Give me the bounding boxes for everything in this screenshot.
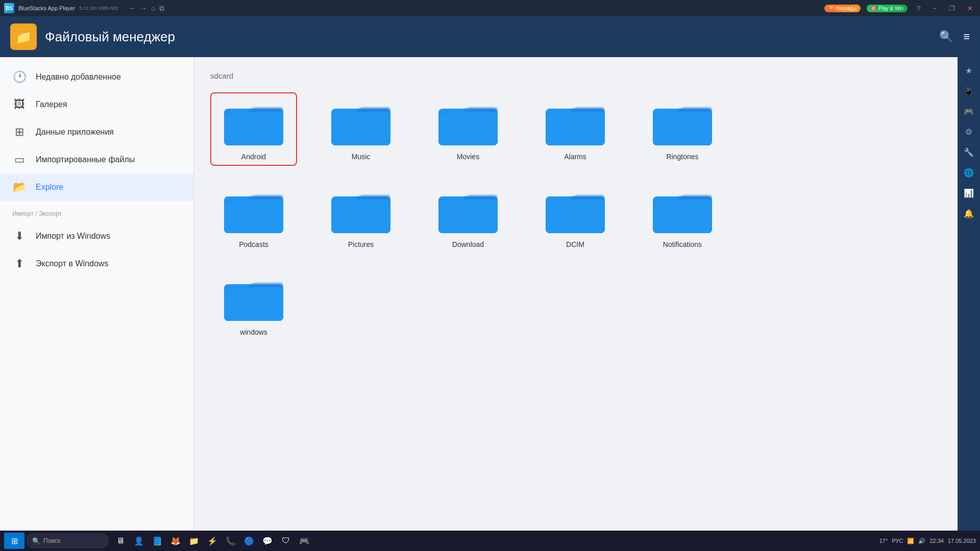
nav-multi-btn[interactable]: ⧉ [159, 4, 164, 13]
gallery-label: Галерея [36, 100, 67, 109]
pictures-folder-name: Pictures [348, 240, 374, 248]
download-folder-name: Download [452, 240, 484, 248]
sidebar-item-import[interactable]: ⬇ Импорт из Windows [0, 222, 193, 250]
folder-item-music[interactable]: Music [317, 92, 404, 166]
taskbar-app-2[interactable]: 📘 [149, 533, 165, 549]
sidebar-item-gallery[interactable]: 🖼 Галерея [0, 91, 193, 118]
rewards-btn[interactable]: 🏆 Награды [824, 5, 861, 12]
taskbar-app-4[interactable]: 📁 [186, 533, 202, 549]
svg-rect-2 [224, 112, 283, 145]
folder-item-ringtones[interactable]: Ringtones [639, 92, 726, 166]
playnwin-btn[interactable]: 🎯 Play & Win [867, 5, 908, 12]
taskbar-app-8[interactable]: 💬 [259, 533, 276, 549]
import-label: Импорт из Windows [36, 232, 110, 241]
ringtones-folder-icon [652, 97, 713, 148]
volume-icon: 🔊 [918, 538, 925, 544]
taskbar-search-icon: 🔍 [32, 537, 40, 545]
right-sidebar-btn-7[interactable]: 🔔 [960, 204, 978, 222]
folder-item-pictures[interactable]: Pictures [317, 180, 404, 254]
playnwin-icon: 🎯 [871, 6, 877, 11]
alarms-folder-name: Alarms [564, 153, 586, 161]
movies-folder-name: Movies [457, 153, 479, 161]
close-btn[interactable]: ✕ [964, 4, 976, 13]
sidebar-item-explore[interactable]: 📂 Explore [0, 173, 193, 201]
help-btn[interactable]: ? [914, 4, 923, 13]
notifications-folder-icon [652, 185, 713, 236]
folder-item-movies[interactable]: Movies [425, 92, 511, 166]
windows-folder-name: windows [240, 328, 267, 336]
taskbar-app-3[interactable]: 🦊 [167, 533, 184, 549]
sidebar-item-export[interactable]: ⬆ Экспорт в Windows [0, 250, 193, 278]
nav-forward-btn[interactable]: → [140, 4, 147, 13]
imported-label: Импортированные файлы [36, 155, 135, 164]
taskbar-language: РУС [892, 538, 903, 544]
taskbar-right: 17° РУС 📶 🔊 22:34 17.05.2023 [879, 538, 976, 544]
music-folder-name: Music [352, 153, 371, 161]
right-sidebar-btn-2[interactable]: 🎮 [960, 102, 978, 120]
sort-action-btn[interactable]: ≡ [963, 30, 970, 43]
app-header: 📁 Файловый менеджер 🔍 ≡ [0, 16, 980, 57]
recent-icon: 🕐 [12, 70, 27, 84]
folder-item-notifications[interactable]: Notifications [639, 180, 726, 254]
right-sidebar-btn-1[interactable]: 📱 [960, 82, 978, 100]
sidebar-item-recent[interactable]: 🕐 Недавно добавленное [0, 63, 193, 91]
download-folder-icon [437, 185, 499, 236]
windows-icon: ⊞ [11, 536, 18, 546]
title-bar: BS BlueStacks App Player 5.11.100.1065 N… [0, 0, 980, 16]
nav-back-btn[interactable]: ← [129, 4, 136, 13]
taskbar-app-7[interactable]: 🔵 [241, 533, 257, 549]
pictures-folder-icon [330, 185, 391, 236]
sidebar: 🕐 Недавно добавленное 🖼 Галерея ⊞ Данные… [0, 57, 194, 531]
folder-item-alarms[interactable]: Alarms [532, 92, 619, 166]
sidebar-item-imported[interactable]: ▭ Импортированные файлы [0, 146, 193, 173]
dcim-folder-icon [545, 185, 606, 236]
taskbar-app-0[interactable]: 🖥 [112, 533, 129, 549]
taskbar-app-10[interactable]: 🎮 [296, 533, 312, 549]
breadcrumb: sdcard [210, 71, 941, 80]
restore-btn[interactable]: ❐ [946, 4, 958, 13]
start-button[interactable]: ⊞ [4, 533, 24, 549]
taskbar-app-6[interactable]: 📞 [223, 533, 239, 549]
taskbar: ⊞ 🔍 Поиск 🖥👤📘🦊📁⚡📞🔵💬🛡🎮 17° РУС 📶 🔊 22:34 … [0, 531, 980, 551]
right-sidebar-btn-4[interactable]: 🔧 [960, 143, 978, 161]
taskbar-search-label: Поиск [43, 537, 60, 544]
svg-rect-5 [331, 112, 390, 145]
recent-label: Недавно добавленное [36, 72, 121, 82]
appdata-label: Данные приложения [36, 128, 114, 137]
rewards-label: Награды [836, 6, 857, 11]
right-sidebar-btn-3[interactable]: ⚙ [960, 122, 978, 141]
android-folder-name: Android [241, 153, 266, 161]
export-label: Экспорт в Windows [36, 259, 108, 268]
sidebar-item-appdata[interactable]: ⊞ Данные приложения [0, 118, 193, 146]
folder-item-podcasts[interactable]: Podcasts [210, 180, 297, 254]
minimize-btn[interactable]: − [929, 4, 940, 13]
appdata-icon: ⊞ [12, 126, 27, 139]
taskbar-app-1[interactable]: 👤 [131, 533, 147, 549]
export-icon: ⬆ [12, 257, 27, 270]
app-header-title: Файловый менеджер [45, 29, 931, 45]
nav-home-btn[interactable]: ⌂ [151, 4, 155, 13]
right-sidebar-btn-6[interactable]: 📊 [960, 184, 978, 202]
import-export-label: Импорт / Экспорт [12, 210, 62, 217]
movies-folder-icon [437, 97, 499, 148]
right-sidebar-btn-5[interactable]: 🌐 [960, 163, 978, 182]
svg-rect-29 [653, 199, 712, 233]
windows-folder-icon [223, 273, 284, 324]
folder-item-android[interactable]: Android [210, 92, 297, 166]
taskbar-search[interactable]: 🔍 Поиск [27, 534, 108, 548]
notifications-folder-name: Notifications [663, 240, 702, 248]
taskbar-app-9[interactable]: 🛡 [278, 533, 294, 549]
folder-item-download[interactable]: Download [425, 180, 511, 254]
right-sidebar-btn-0[interactable]: ★ [960, 61, 978, 80]
import-icon: ⬇ [12, 230, 27, 243]
search-action-btn[interactable]: 🔍 [939, 30, 953, 43]
svg-rect-11 [546, 112, 605, 145]
ringtones-folder-name: Ringtones [666, 153, 698, 161]
bluestacks-logo: BS [4, 3, 14, 13]
title-bar-nav: ← → ⌂ ⧉ [129, 4, 164, 13]
taskbar-app-5[interactable]: ⚡ [204, 533, 220, 549]
playnwin-label: Play & Win [878, 6, 903, 11]
folder-item-dcim[interactable]: DCIM [532, 180, 619, 254]
svg-rect-17 [224, 199, 283, 233]
folder-item-windows[interactable]: windows [210, 268, 297, 341]
